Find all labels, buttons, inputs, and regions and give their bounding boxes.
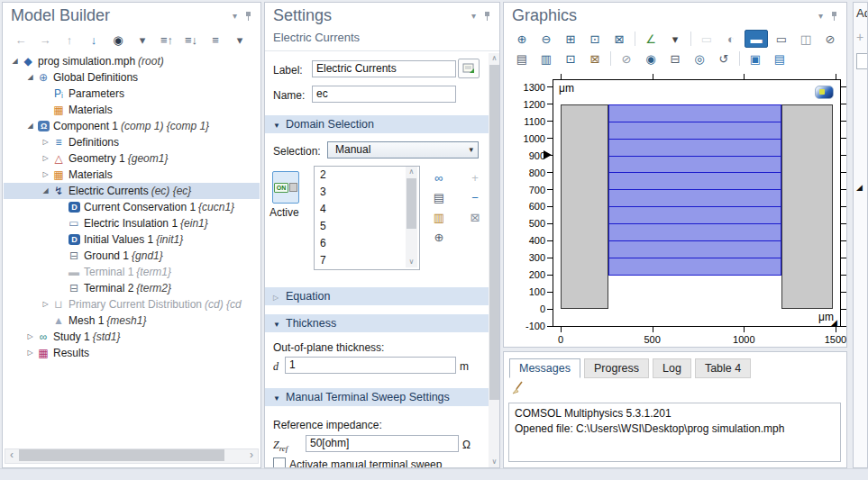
wireframe-rendering-icon[interactable]: ▭ — [771, 31, 792, 47]
selection-item-5[interactable]: 5 — [315, 218, 419, 235]
zoom-out-icon[interactable]: ⊖ — [535, 31, 557, 47]
view-menu-caret-icon[interactable]: ▾ — [664, 31, 686, 47]
show-menu-caret-icon[interactable]: ▾ — [132, 32, 153, 48]
thickness-input[interactable]: 1 — [285, 357, 456, 374]
tree-item-materials[interactable]: ▦Materials — [4, 102, 260, 118]
scroll-up-icon[interactable]: ∧ — [489, 53, 500, 64]
zoom-to-selection-icon[interactable]: ⊕ — [431, 230, 447, 246]
tree-item-mesh-1[interactable]: ▲Mesh 1{mesh1} — [4, 312, 260, 329]
model-tree-node-text-icon[interactable]: ≡ — [205, 32, 226, 48]
geometry-layer-stack[interactable] — [608, 104, 781, 284]
section-domain-selection[interactable]: ▼Domain Selection — [265, 115, 489, 133]
panel-menu-caret-icon[interactable]: ▾ — [818, 11, 823, 21]
scroll-down-icon[interactable]: ∨ — [489, 457, 500, 467]
layer-strip[interactable] — [608, 223, 781, 241]
edit-label-button[interactable] — [458, 59, 480, 78]
tree-horizontal-scrollbar[interactable]: ‹ › — [5, 448, 259, 464]
scroll-thumb[interactable] — [489, 65, 499, 400]
selection-item-3[interactable]: 3 — [315, 184, 419, 201]
selection-item-2[interactable]: 2 — [315, 167, 419, 184]
layer-strip[interactable] — [608, 258, 781, 276]
tree-item-prog-simulation-mph[interactable]: ◢◆prog simulation.mph(root) — [4, 53, 260, 69]
show-icon[interactable]: ◉ — [107, 32, 129, 48]
expanded-arrow-icon[interactable]: ◢ — [40, 183, 51, 199]
panel-menu-caret-icon[interactable]: ▾ — [233, 11, 237, 21]
tree-item-terminal-2[interactable]: ⊟Terminal 2{term2} — [4, 280, 260, 296]
name-input[interactable]: ec — [312, 86, 456, 103]
tree-item-initial-values-1[interactable]: DInitial Values 1{init1} — [4, 231, 260, 248]
tree-item-geometry-1[interactable]: ▷△Geometry 1{geom1} — [4, 150, 260, 167]
tree-item-definitions[interactable]: ▷≡Definitions — [4, 134, 260, 150]
collapsed-arrow-icon[interactable]: ▷ — [24, 345, 36, 361]
tree-item-results[interactable]: ▷▦Results — [4, 345, 260, 361]
tree-item-study-1[interactable]: ▷∞Study 1{std1} — [4, 329, 260, 345]
tree-item-current-conservation-1[interactable]: DCurrent Conservation 1{cucn1} — [4, 199, 260, 215]
pin-icon[interactable] — [830, 12, 837, 22]
clear-messages-button[interactable] — [511, 381, 525, 399]
layer-strip[interactable] — [608, 122, 781, 140]
scroll-thumb[interactable] — [19, 449, 224, 461]
tree-item-global-definitions[interactable]: ◢⊕Global Definitions — [4, 69, 260, 86]
zoom-in-icon[interactable]: ⊕ — [511, 31, 533, 47]
scroll-down-icon[interactable]: ∨ — [406, 257, 417, 267]
layer-strip[interactable] — [608, 104, 781, 122]
layer-strip[interactable] — [608, 139, 781, 157]
layer-strip[interactable] — [608, 189, 781, 207]
domain-selection-list[interactable]: 234567 — [314, 166, 420, 270]
forward-icon[interactable]: → — [34, 32, 56, 48]
section-equation[interactable]: ▷Equation — [265, 287, 489, 305]
collapsed-arrow-icon[interactable]: ▷ — [40, 150, 51, 167]
scroll-up-icon[interactable]: ∧ — [406, 167, 417, 177]
section-thickness[interactable]: ▼Thickness — [265, 314, 489, 332]
tree-item-electric-insulation-1[interactable]: ▭Electric Insulation 1{ein1} — [4, 215, 260, 231]
active-toggle[interactable]: ON — [272, 171, 299, 204]
scroll-left-icon[interactable]: ‹ — [5, 449, 18, 461]
copy-selection-icon[interactable]: ▤ — [431, 190, 447, 206]
paste-selection-icon[interactable]: ▥ — [431, 210, 447, 226]
deselect-box-icon[interactable]: ⊠ — [584, 50, 606, 67]
plot-canvas[interactable]: μm μm 1300120011001000900800700600500400… — [553, 79, 841, 327]
collapsed-arrow-icon[interactable]: ▷ — [40, 296, 51, 312]
tree-menu-caret-icon[interactable]: ▾ — [229, 32, 251, 48]
expanded-arrow-icon[interactable]: ◢ — [24, 118, 36, 134]
tree-item-electric-currents[interactable]: ◢↯Electric Currents(ec) {ec} — [4, 183, 260, 199]
pin-icon[interactable] — [483, 12, 490, 22]
expanded-arrow-icon[interactable]: ◢ — [9, 53, 21, 69]
layer-strip[interactable] — [608, 172, 781, 190]
zoom-box-icon[interactable]: ⊞ — [560, 31, 581, 47]
impedance-input[interactable]: 50[ohm] — [306, 435, 459, 452]
clear-selection-icon[interactable]: ⊠ — [467, 210, 483, 226]
tree-item-parameters[interactable]: PᵢParameters — [4, 86, 260, 102]
selection-item-7[interactable]: 7 — [315, 252, 419, 269]
hide-selected-icon[interactable]: ⊘ — [616, 50, 637, 67]
snapshot-camera-icon[interactable]: ▣ — [745, 50, 766, 67]
zoom-extents-icon[interactable]: ⊡ — [584, 31, 606, 47]
panel-menu-caret-icon[interactable]: ▾ — [471, 11, 476, 21]
reset-hiding-icon[interactable]: ↺ — [713, 50, 735, 67]
tab-log[interactable]: Log — [653, 358, 691, 378]
tab-messages[interactable]: Messages — [509, 358, 580, 378]
select-box-icon[interactable]: ⊡ — [560, 50, 581, 67]
expanded-arrow-icon[interactable]: ◢ — [24, 69, 36, 86]
export-image-icon[interactable]: ▥ — [535, 50, 557, 67]
expanded-arrow-icon[interactable]: ◢ — [856, 183, 863, 192]
back-icon[interactable]: ← — [10, 32, 32, 48]
tree-item-materials[interactable]: ▷▦Materials — [4, 167, 260, 183]
collapsed-arrow-icon[interactable]: ▷ — [40, 134, 51, 150]
hidden-lines-icon[interactable]: ◫ — [795, 31, 817, 47]
label-input[interactable]: Electric Currents — [312, 60, 456, 77]
print-preview-icon[interactable]: ▤ — [511, 50, 533, 67]
go-to-default-view-icon[interactable]: ∠ — [640, 31, 662, 47]
tree-item-component-1[interactable]: ◢ΩComponent 1(comp 1) {comp 1} — [4, 118, 260, 134]
layer-strip[interactable] — [608, 156, 781, 174]
transparency-icon[interactable]: ▬ — [745, 30, 768, 48]
selection-item-4[interactable]: 4 — [315, 201, 419, 218]
activate-sweep-checkbox[interactable] — [273, 457, 286, 468]
pin-icon[interactable] — [244, 12, 251, 22]
scene-light-icon[interactable]: ◐ — [720, 31, 742, 47]
selection-dropdown[interactable]: Manual ▾ — [327, 141, 479, 158]
tree-item-terminal-1[interactable]: ▬Terminal 1{term1} — [4, 264, 260, 280]
move-down-icon[interactable]: ↓ — [83, 32, 105, 48]
tree-item-ground-1[interactable]: ⊟Ground 1{gnd1} — [4, 248, 260, 264]
add-to-selection-icon[interactable]: + — [467, 170, 483, 186]
